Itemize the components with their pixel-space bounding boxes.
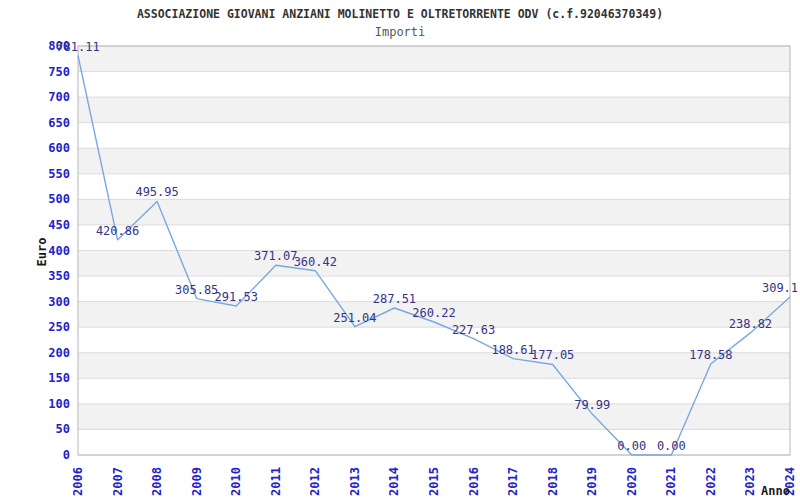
x-tick-label: 2021 [664,467,678,496]
y-tick-label: 550 [48,167,70,181]
data-label: 0.00 [617,439,646,453]
data-label: 371.07 [254,249,297,263]
plot-band [78,46,790,72]
data-label: 781.11 [56,40,99,54]
x-axis-title: Anno [761,484,790,498]
data-label: 495.95 [135,185,178,199]
data-label: 238.82 [729,317,772,331]
x-tick-label: 2023 [743,467,757,496]
y-tick-label: 400 [48,244,70,258]
y-tick-label: 50 [56,422,70,436]
plot-band [78,353,790,379]
x-tick-label: 2009 [190,467,204,496]
x-tick-label: 2014 [387,467,401,496]
x-tick-label: 2008 [150,467,164,496]
x-tick-label: 2006 [71,467,85,496]
data-label: 227.63 [452,323,495,337]
data-label: 287.51 [373,292,416,306]
data-label: 178.58 [689,348,732,362]
x-tick-label: 2015 [427,467,441,496]
x-tick-label: 2012 [308,467,322,496]
y-tick-label: 0 [63,448,70,462]
plot-band [78,404,790,430]
x-tick-label: 2022 [704,467,718,496]
data-label: 0.00 [657,439,686,453]
x-tick-label: 2007 [111,467,125,496]
chart: ASSOCIAZIONE GIOVANI ANZIANI MOLINETTO E… [0,0,800,500]
y-tick-label: 200 [48,346,70,360]
x-tick-label: 2018 [546,467,560,496]
y-tick-label: 500 [48,192,70,206]
data-label: 309.1 [762,281,798,295]
data-label: 79.99 [574,398,610,412]
data-label: 260.22 [412,306,455,320]
y-tick-label: 700 [48,90,70,104]
y-tick-label: 100 [48,397,70,411]
x-tick-label: 2013 [348,467,362,496]
data-label: 305.85 [175,283,218,297]
data-label: 177.05 [531,348,574,362]
y-axis-title: Euro [35,238,49,267]
data-label: 251.04 [333,311,376,325]
y-tick-label: 450 [48,218,70,232]
y-tick-label: 650 [48,116,70,130]
y-tick-label: 350 [48,269,70,283]
x-tick-label: 2016 [467,467,481,496]
x-tick-label: 2020 [625,467,639,496]
y-tick-label: 300 [48,295,70,309]
chart-svg: 0501001502002503003504004505005506006507… [0,0,800,500]
plot-band [78,199,790,225]
plot-band [78,148,790,174]
y-tick-label: 750 [48,65,70,79]
x-tick-label: 2017 [506,467,520,496]
y-tick-label: 600 [48,141,70,155]
x-tick-label: 2011 [269,467,283,496]
plot-band [78,97,790,123]
data-label: 360.42 [294,255,337,269]
x-tick-label: 2010 [229,467,243,496]
y-tick-label: 250 [48,320,70,334]
x-tick-label: 2019 [585,467,599,496]
y-tick-label: 150 [48,371,70,385]
plot-band [78,251,790,277]
data-label: 291.53 [215,290,258,304]
data-label: 188.61 [491,343,534,357]
data-label: 420.86 [96,224,139,238]
